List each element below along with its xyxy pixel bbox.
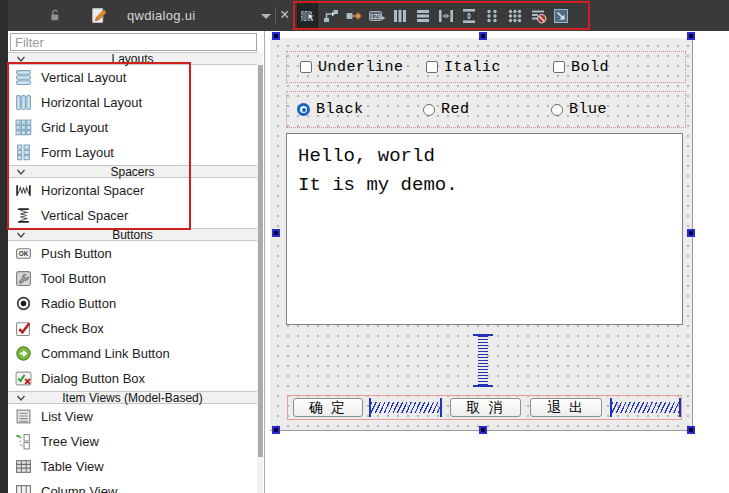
vertical-spacer-widget[interactable] (473, 334, 493, 387)
layout-vertical-icon (414, 7, 432, 25)
section-header-buttons[interactable]: Buttons (8, 228, 257, 241)
adjust-size-icon (552, 7, 570, 25)
document-tab-title[interactable]: qwdialog.ui (127, 8, 195, 23)
checkbox-indicator[interactable] (426, 61, 438, 73)
edit-signals-slots-button[interactable] (321, 3, 340, 28)
ok-button[interactable]: 确 定 (293, 398, 363, 417)
layout-grid-icon (506, 7, 524, 25)
widget-item-column-view[interactable]: Column View (8, 479, 257, 493)
grid-layout-icon (15, 119, 33, 136)
selection-handle-top-left[interactable] (272, 32, 280, 40)
section-label: Layouts (111, 52, 153, 66)
widget-item-horizontal-spacer[interactable]: Horizontal Spacer (8, 178, 257, 203)
selection-handle-bottom-left[interactable] (272, 426, 280, 434)
widget-item-grid-layout[interactable]: Grid Layout (8, 115, 257, 140)
selection-handle-bottom-middle[interactable] (479, 426, 487, 434)
section-header-item-views-model-based[interactable]: Item Views (Model-Based) (8, 391, 257, 404)
italic-checkbox[interactable]: Italic (426, 52, 501, 82)
blue-radio-button[interactable]: Blue (551, 92, 607, 127)
tab-dropdown-caret-icon[interactable] (261, 14, 271, 19)
edit-buddies-icon (345, 7, 363, 25)
selection-handle-top-right[interactable] (687, 32, 695, 40)
checkbox-indicator[interactable] (553, 61, 565, 73)
red-radio-button[interactable]: Red (423, 92, 470, 127)
widget-item-label: Vertical Layout (41, 70, 126, 85)
horizontal-spacer-widget[interactable] (369, 398, 442, 417)
horizontal-layout-icon (15, 94, 33, 111)
sidebar-scrollbar-thumb[interactable] (258, 65, 263, 457)
widget-item-radio-button[interactable]: Radio Button (8, 291, 257, 316)
edit-tab-order-icon: 123 (368, 7, 386, 25)
selection-handle-middle-right[interactable] (687, 229, 695, 237)
widget-item-list-view[interactable]: List View (8, 404, 257, 429)
widget-item-tree-view[interactable]: Tree View (8, 429, 257, 454)
text-line: It is my demo. (298, 171, 682, 200)
widget-item-table-view[interactable]: Table View (8, 454, 257, 479)
checkbox-label: Bold (571, 59, 609, 76)
chevron-down-icon (16, 230, 26, 240)
radio-label: Blue (569, 101, 607, 118)
widget-item-label: Tree View (41, 434, 99, 449)
layout-horizontal-button[interactable] (390, 3, 409, 28)
radio-indicator-checked[interactable] (297, 103, 310, 116)
button-row-layout[interactable]: 确 定 取 消 退 出 (287, 395, 682, 420)
selection-handle-top-middle[interactable] (479, 32, 487, 40)
tool-button-icon (15, 270, 33, 287)
layout-horizontal-icon (391, 7, 409, 25)
checkbox-indicator[interactable] (300, 61, 312, 73)
cancel-button[interactable]: 取 消 (450, 398, 521, 417)
horizontal-spacer-icon (15, 182, 33, 199)
edit-tab-order-button[interactable]: 123 (367, 3, 386, 28)
layout-splitter-vertical-button[interactable] (459, 3, 478, 28)
underline-checkbox[interactable]: Underline (300, 52, 404, 82)
bold-checkbox[interactable]: Bold (553, 52, 609, 82)
break-layout-button[interactable] (528, 3, 547, 28)
section-header-spacers[interactable]: Spacers (8, 165, 257, 178)
widget-item-tool-button[interactable]: Tool Button (8, 266, 257, 291)
layout-grid-button[interactable] (505, 3, 524, 28)
layout-vertical-button[interactable] (413, 3, 432, 28)
layout-splitter-horizontal-button[interactable] (436, 3, 455, 28)
edit-buddies-button[interactable] (344, 3, 363, 28)
widget-item-label: Check Box (41, 321, 104, 336)
checkbox-label: Underline (318, 59, 404, 76)
widget-item-vertical-layout[interactable]: Vertical Layout (8, 65, 257, 90)
widget-item-label: Horizontal Layout (41, 95, 142, 110)
widget-item-command-link-button[interactable]: Command Link Button (8, 341, 257, 366)
widget-item-label: Dialog Button Box (41, 371, 145, 386)
checkbox-row-layout[interactable]: Underline Italic Bold (286, 51, 686, 83)
section-label: Buttons (112, 228, 153, 242)
radio-indicator[interactable] (551, 104, 563, 116)
dialog-button-box-icon (15, 370, 33, 387)
break-layout-icon (529, 7, 547, 25)
section-header-layouts[interactable]: Layouts (8, 52, 257, 65)
selection-handle-middle-left[interactable] (272, 229, 280, 237)
widget-filter-input[interactable] (10, 33, 257, 51)
section-label: Spacers (110, 165, 154, 179)
selection-handle-bottom-right[interactable] (687, 426, 695, 434)
adjust-size-button[interactable] (551, 3, 570, 28)
designer-form-surface[interactable]: Underline Italic Bold Black Red Bl (270, 38, 693, 431)
plain-text-edit[interactable]: Hello, world It is my demo. (286, 133, 683, 325)
widget-item-horizontal-layout[interactable]: Horizontal Layout (8, 90, 257, 115)
svg-text:123: 123 (370, 12, 381, 19)
widget-item-label: Radio Button (41, 296, 116, 311)
widget-item-push-button[interactable]: OKPush Button (8, 241, 257, 266)
layout-form-button[interactable] (482, 3, 501, 28)
edit-widgets-button[interactable] (298, 3, 317, 28)
layout-form-icon (483, 7, 501, 25)
widget-item-label: Tool Button (41, 271, 106, 286)
radio-row-layout[interactable]: Black Red Blue (286, 91, 686, 128)
window-left-edge (0, 0, 8, 493)
widget-item-form-layout[interactable]: Form Layout (8, 140, 257, 165)
exit-button[interactable]: 退 出 (530, 398, 602, 417)
widget-item-check-box[interactable]: Check Box (8, 316, 257, 341)
horizontal-spacer-widget[interactable] (610, 398, 681, 417)
widget-item-vertical-spacer[interactable]: Vertical Spacer (8, 203, 257, 228)
form-editor-canvas: Underline Italic Bold Black Red Bl (266, 31, 729, 493)
widget-item-dialog-button-box[interactable]: Dialog Button Box (8, 366, 257, 391)
tab-close-icon[interactable]: × (280, 5, 289, 25)
spacer-end-bar (473, 385, 493, 387)
radio-indicator[interactable] (423, 104, 435, 116)
black-radio-button[interactable]: Black (297, 92, 364, 127)
